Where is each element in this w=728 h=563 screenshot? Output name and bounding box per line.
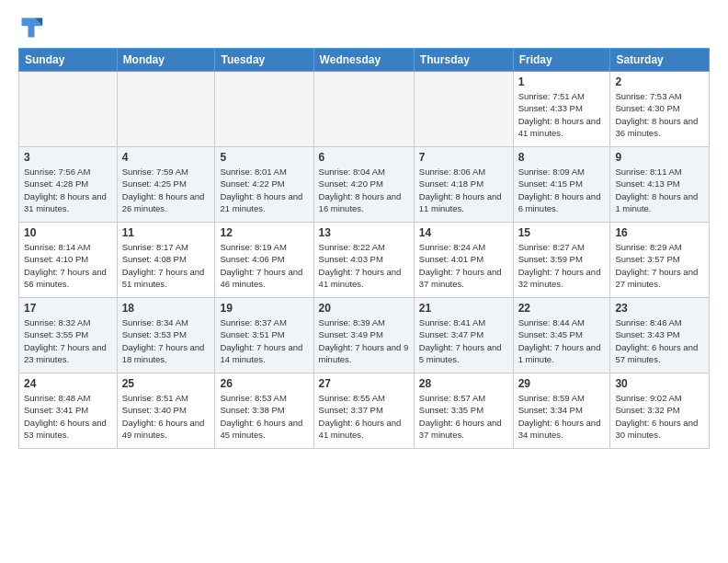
day-info: Sunrise: 8:14 AM Sunset: 4:10 PM Dayligh… xyxy=(24,241,112,290)
logo xyxy=(18,15,48,40)
day-number: 19 xyxy=(220,302,308,315)
day-number: 3 xyxy=(24,151,112,164)
day-info: Sunrise: 7:51 AM Sunset: 4:33 PM Dayligh… xyxy=(518,90,606,139)
day-number: 2 xyxy=(615,75,704,88)
calendar-cell: 4Sunrise: 7:59 AM Sunset: 4:25 PM Daylig… xyxy=(117,147,215,223)
calendar-cell: 12Sunrise: 8:19 AM Sunset: 4:06 PM Dayli… xyxy=(215,223,313,298)
day-number: 24 xyxy=(24,377,112,390)
day-info: Sunrise: 8:57 AM Sunset: 3:35 PM Dayligh… xyxy=(419,392,508,441)
calendar-cell xyxy=(19,72,118,147)
day-number: 21 xyxy=(419,302,508,315)
logo-icon xyxy=(18,15,44,40)
day-number: 18 xyxy=(122,302,210,315)
week-row-3: 10Sunrise: 8:14 AM Sunset: 4:10 PM Dayli… xyxy=(19,223,710,298)
day-number: 5 xyxy=(220,151,308,164)
calendar-cell xyxy=(414,72,513,147)
day-info: Sunrise: 8:59 AM Sunset: 3:34 PM Dayligh… xyxy=(518,392,606,441)
calendar-cell: 16Sunrise: 8:29 AM Sunset: 3:57 PM Dayli… xyxy=(610,223,710,298)
calendar-cell xyxy=(313,72,414,147)
day-number: 1 xyxy=(518,75,606,88)
day-info: Sunrise: 8:41 AM Sunset: 3:47 PM Dayligh… xyxy=(419,316,508,365)
calendar-cell: 8Sunrise: 8:09 AM Sunset: 4:15 PM Daylig… xyxy=(513,147,610,223)
calendar-cell: 25Sunrise: 8:51 AM Sunset: 3:40 PM Dayli… xyxy=(117,373,215,449)
day-info: Sunrise: 8:22 AM Sunset: 4:03 PM Dayligh… xyxy=(319,241,409,290)
day-info: Sunrise: 8:11 AM Sunset: 4:13 PM Dayligh… xyxy=(615,166,704,214)
day-info: Sunrise: 8:34 AM Sunset: 3:53 PM Dayligh… xyxy=(122,316,210,365)
day-info: Sunrise: 8:44 AM Sunset: 3:45 PM Dayligh… xyxy=(518,316,606,365)
day-number: 8 xyxy=(518,151,606,164)
day-number: 10 xyxy=(24,226,112,239)
day-info: Sunrise: 8:55 AM Sunset: 3:37 PM Dayligh… xyxy=(319,392,409,441)
week-row-5: 24Sunrise: 8:48 AM Sunset: 3:41 PM Dayli… xyxy=(19,373,710,449)
calendar-cell: 21Sunrise: 8:41 AM Sunset: 3:47 PM Dayli… xyxy=(414,298,513,373)
day-number: 20 xyxy=(319,302,409,315)
day-info: Sunrise: 8:24 AM Sunset: 4:01 PM Dayligh… xyxy=(419,241,508,290)
calendar-cell: 19Sunrise: 8:37 AM Sunset: 3:51 PM Dayli… xyxy=(215,298,313,373)
day-header-wednesday: Wednesday xyxy=(313,49,414,72)
day-number: 27 xyxy=(319,377,409,390)
calendar-cell: 20Sunrise: 8:39 AM Sunset: 3:49 PM Dayli… xyxy=(313,298,414,373)
header-row: SundayMondayTuesdayWednesdayThursdayFrid… xyxy=(19,49,710,72)
day-info: Sunrise: 8:32 AM Sunset: 3:55 PM Dayligh… xyxy=(24,316,112,365)
day-info: Sunrise: 8:48 AM Sunset: 3:41 PM Dayligh… xyxy=(24,392,112,441)
day-number: 14 xyxy=(419,226,508,239)
calendar-cell xyxy=(215,72,313,147)
calendar-cell: 14Sunrise: 8:24 AM Sunset: 4:01 PM Dayli… xyxy=(414,223,513,298)
day-info: Sunrise: 8:06 AM Sunset: 4:18 PM Dayligh… xyxy=(419,166,508,214)
day-header-saturday: Saturday xyxy=(610,49,710,72)
day-header-tuesday: Tuesday xyxy=(215,49,313,72)
day-info: Sunrise: 9:02 AM Sunset: 3:32 PM Dayligh… xyxy=(615,392,704,441)
day-number: 22 xyxy=(518,302,606,315)
day-info: Sunrise: 7:56 AM Sunset: 4:28 PM Dayligh… xyxy=(24,166,112,214)
day-number: 17 xyxy=(24,302,112,315)
calendar-cell: 6Sunrise: 8:04 AM Sunset: 4:20 PM Daylig… xyxy=(313,147,414,223)
day-number: 29 xyxy=(518,377,606,390)
day-number: 23 xyxy=(615,302,704,315)
calendar-cell: 18Sunrise: 8:34 AM Sunset: 3:53 PM Dayli… xyxy=(117,298,215,373)
day-number: 12 xyxy=(220,226,308,239)
day-info: Sunrise: 8:51 AM Sunset: 3:40 PM Dayligh… xyxy=(122,392,210,441)
calendar-cell: 24Sunrise: 8:48 AM Sunset: 3:41 PM Dayli… xyxy=(19,373,118,449)
calendar-cell: 2Sunrise: 7:53 AM Sunset: 4:30 PM Daylig… xyxy=(610,72,710,147)
day-number: 9 xyxy=(615,151,704,164)
day-info: Sunrise: 8:19 AM Sunset: 4:06 PM Dayligh… xyxy=(220,241,308,290)
week-row-2: 3Sunrise: 7:56 AM Sunset: 4:28 PM Daylig… xyxy=(19,147,710,223)
page: SundayMondayTuesdayWednesdayThursdayFrid… xyxy=(0,0,728,563)
day-number: 26 xyxy=(220,377,308,390)
calendar-cell: 10Sunrise: 8:14 AM Sunset: 4:10 PM Dayli… xyxy=(19,223,118,298)
calendar-cell: 22Sunrise: 8:44 AM Sunset: 3:45 PM Dayli… xyxy=(513,298,610,373)
day-info: Sunrise: 8:37 AM Sunset: 3:51 PM Dayligh… xyxy=(220,316,308,365)
day-info: Sunrise: 8:46 AM Sunset: 3:43 PM Dayligh… xyxy=(615,316,704,365)
day-info: Sunrise: 8:04 AM Sunset: 4:20 PM Dayligh… xyxy=(319,166,409,214)
calendar-cell: 3Sunrise: 7:56 AM Sunset: 4:28 PM Daylig… xyxy=(19,147,118,223)
day-info: Sunrise: 8:09 AM Sunset: 4:15 PM Dayligh… xyxy=(518,166,606,214)
day-info: Sunrise: 7:59 AM Sunset: 4:25 PM Dayligh… xyxy=(122,166,210,214)
calendar-cell: 29Sunrise: 8:59 AM Sunset: 3:34 PM Dayli… xyxy=(513,373,610,449)
day-info: Sunrise: 8:17 AM Sunset: 4:08 PM Dayligh… xyxy=(122,241,210,290)
day-number: 4 xyxy=(122,151,210,164)
calendar-cell: 7Sunrise: 8:06 AM Sunset: 4:18 PM Daylig… xyxy=(414,147,513,223)
day-number: 15 xyxy=(518,226,606,239)
day-info: Sunrise: 8:27 AM Sunset: 3:59 PM Dayligh… xyxy=(518,241,606,290)
day-header-monday: Monday xyxy=(117,49,215,72)
calendar-cell: 17Sunrise: 8:32 AM Sunset: 3:55 PM Dayli… xyxy=(19,298,118,373)
calendar-cell: 13Sunrise: 8:22 AM Sunset: 4:03 PM Dayli… xyxy=(313,223,414,298)
calendar: SundayMondayTuesdayWednesdayThursdayFrid… xyxy=(18,48,710,449)
header xyxy=(18,15,710,40)
calendar-cell: 15Sunrise: 8:27 AM Sunset: 3:59 PM Dayli… xyxy=(513,223,610,298)
day-info: Sunrise: 8:01 AM Sunset: 4:22 PM Dayligh… xyxy=(220,166,308,214)
calendar-cell: 1Sunrise: 7:51 AM Sunset: 4:33 PM Daylig… xyxy=(513,72,610,147)
calendar-cell: 23Sunrise: 8:46 AM Sunset: 3:43 PM Dayli… xyxy=(610,298,710,373)
calendar-cell xyxy=(117,72,215,147)
calendar-cell: 26Sunrise: 8:53 AM Sunset: 3:38 PM Dayli… xyxy=(215,373,313,449)
day-header-friday: Friday xyxy=(513,49,610,72)
calendar-cell: 30Sunrise: 9:02 AM Sunset: 3:32 PM Dayli… xyxy=(610,373,710,449)
day-header-thursday: Thursday xyxy=(414,49,513,72)
day-number: 6 xyxy=(319,151,409,164)
day-number: 7 xyxy=(419,151,508,164)
calendar-cell: 9Sunrise: 8:11 AM Sunset: 4:13 PM Daylig… xyxy=(610,147,710,223)
day-info: Sunrise: 8:53 AM Sunset: 3:38 PM Dayligh… xyxy=(220,392,308,441)
day-info: Sunrise: 8:29 AM Sunset: 3:57 PM Dayligh… xyxy=(615,241,704,290)
day-number: 16 xyxy=(615,226,704,239)
day-number: 25 xyxy=(122,377,210,390)
